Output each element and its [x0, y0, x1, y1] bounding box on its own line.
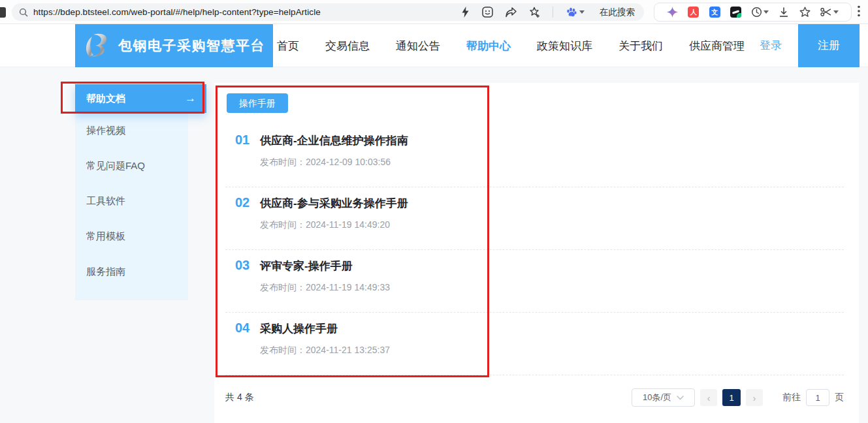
article-publish-date: 发布时间：2024-11-19 14:49:33	[260, 282, 844, 294]
page-size-value: 10条/页	[643, 392, 671, 403]
article-title[interactable]: 供应商-企业信息维护操作指南	[260, 133, 408, 148]
login-link[interactable]: 登录	[760, 24, 782, 67]
sidebar-item-service-guide[interactable]: 服务指南	[75, 254, 188, 289]
list-item[interactable]: 04 采购人操作手册 发布时间：2024-11-21 13:25:37	[225, 313, 844, 375]
pdf-glyph: 人	[690, 9, 697, 16]
article-list: 01 供应商-企业信息维护操作指南 发布时间：2024-12-09 10:03:…	[214, 125, 859, 375]
nav-home[interactable]: 首页	[277, 39, 299, 54]
lightning-icon[interactable]	[461, 7, 470, 18]
site-header: 包钢电子采购智慧平台 首页 交易信息 通知公告 帮助中心 政策知识库 关于我们 …	[0, 24, 868, 67]
current-page-button[interactable]: 1	[722, 389, 741, 406]
search-hint-label[interactable]: 在此搜索	[600, 7, 635, 18]
nav-about-us[interactable]: 关于我们	[619, 39, 663, 54]
reader-smiley-icon[interactable]	[482, 7, 493, 18]
browser-toolbar: https://bdep.btsteel.com/web-portal/#/he…	[0, 0, 868, 24]
url-text[interactable]: https://bdep.btsteel.com/web-portal/#/he…	[33, 7, 321, 17]
article-publish-date: 发布时间：2024-12-09 10:03:56	[260, 157, 844, 168]
pagination: 共 4 条 10条/页 ‹ 1 › 前往 页	[225, 388, 844, 407]
nav-policy-kb[interactable]: 政策知识库	[537, 39, 592, 54]
nav-help-center[interactable]: 帮助中心	[466, 39, 511, 54]
page-unit-label: 页	[835, 392, 844, 403]
chevron-down-icon[interactable]	[764, 10, 769, 14]
article-title[interactable]: 采购人操作手册	[260, 321, 338, 336]
article-publish-date: 发布时间：2024-11-19 14:49:20	[260, 219, 844, 231]
logo[interactable]: 包钢电子采购智慧平台	[75, 24, 273, 67]
sidebar-item-videos[interactable]: 操作视频	[75, 113, 188, 148]
baidu-search-widget[interactable]	[566, 7, 585, 18]
sidebar-item-help-docs[interactable]: 帮助文档 →	[75, 84, 206, 113]
date-value: 2024-11-21 13:25:37	[306, 345, 390, 355]
date-label: 发布时间：	[260, 219, 306, 230]
date-value: 2024-12-09 10:03:56	[306, 157, 391, 167]
article-number: 04	[235, 321, 260, 336]
date-value: 2024-11-19 14:49:33	[306, 282, 390, 292]
nav-supplier-mgmt[interactable]: 供应商管理	[689, 39, 745, 54]
chevron-down-icon[interactable]	[579, 10, 585, 14]
article-title[interactable]: 供应商-参与采购业务操作手册	[260, 196, 408, 211]
list-item[interactable]: 03 评审专家-操作手册 发布时间：2024-11-19 14:49:33	[225, 250, 844, 313]
dark-extension-icon[interactable]	[730, 7, 741, 18]
list-item[interactable]: 02 供应商-参与采购业务操作手册 发布时间：2024-11-19 14:49:…	[225, 187, 844, 250]
next-page-button[interactable]: ›	[746, 389, 763, 406]
site-title: 包钢电子采购智慧平台	[118, 37, 265, 55]
goto-page-input[interactable]	[806, 389, 829, 406]
arrow-right-icon: →	[185, 92, 196, 105]
sidebar-item-faq[interactable]: 常见问题FAQ	[75, 148, 188, 183]
article-title[interactable]: 评审专家-操作手册	[260, 258, 353, 274]
prev-page-button[interactable]: ‹	[700, 389, 717, 406]
download-icon[interactable]	[779, 7, 789, 18]
toolbar-divider	[553, 7, 553, 18]
date-label: 发布时间：	[260, 282, 306, 292]
date-label: 发布时间：	[260, 157, 306, 167]
article-number: 02	[235, 195, 260, 210]
partial-browser-icon	[0, 7, 6, 18]
baidu-paw-icon	[566, 7, 577, 18]
translate-icon[interactable]: 文	[709, 7, 720, 18]
article-number: 03	[235, 258, 260, 273]
help-content-panel: 操作手册 01 供应商-企业信息维护操作指南 发布时间：2024-12-09 1…	[214, 83, 859, 423]
list-item[interactable]: 01 供应商-企业信息维护操作指南 发布时间：2024-12-09 10:03:…	[225, 125, 844, 187]
bookmark-add-icon[interactable]	[529, 7, 540, 18]
nav-notices[interactable]: 通知公告	[396, 39, 440, 54]
register-button[interactable]: 注册	[798, 24, 860, 67]
menu-dots-icon[interactable]	[858, 5, 860, 17]
chevron-down-icon	[677, 396, 684, 400]
history-icon[interactable]	[751, 7, 769, 18]
help-sidebar: 操作视频 常见问题FAQ 工具软件 常用模板 服务指南	[75, 84, 188, 300]
nav-trade-info[interactable]: 交易信息	[325, 39, 370, 54]
favorites-star-icon[interactable]	[799, 7, 811, 18]
page-size-select[interactable]: 10条/页	[632, 388, 695, 407]
goto-label: 前往	[782, 392, 801, 403]
screenshot-scissors-icon[interactable]	[820, 7, 839, 17]
extensions-bar: 人 文	[654, 3, 852, 22]
date-value: 2024-11-19 14:49:20	[306, 219, 390, 230]
date-label: 发布时间：	[260, 345, 306, 355]
gemini-sparkle-icon[interactable]	[667, 7, 678, 18]
share-icon[interactable]	[506, 7, 517, 18]
pdf-icon[interactable]: 人	[688, 7, 699, 18]
total-count-label: 共 4 条	[225, 392, 254, 403]
article-publish-date: 发布时间：2024-11-21 13:25:37	[260, 345, 844, 356]
sidebar-item-tools[interactable]: 工具软件	[75, 183, 188, 219]
logo-b-icon	[83, 31, 113, 61]
translate-glyph: 文	[711, 9, 718, 16]
search-icon	[19, 8, 28, 17]
manual-category-button[interactable]: 操作手册	[227, 93, 288, 113]
chevron-down-icon[interactable]	[833, 10, 839, 14]
main-nav: 首页 交易信息 通知公告 帮助中心 政策知识库 关于我们 供应商管理	[277, 24, 745, 67]
article-number: 01	[235, 133, 260, 148]
address-bar[interactable]: https://bdep.btsteel.com/web-portal/#/he…	[12, 3, 644, 21]
sidebar-active-label: 帮助文档	[86, 93, 125, 105]
sidebar-item-templates[interactable]: 常用模板	[75, 219, 188, 254]
